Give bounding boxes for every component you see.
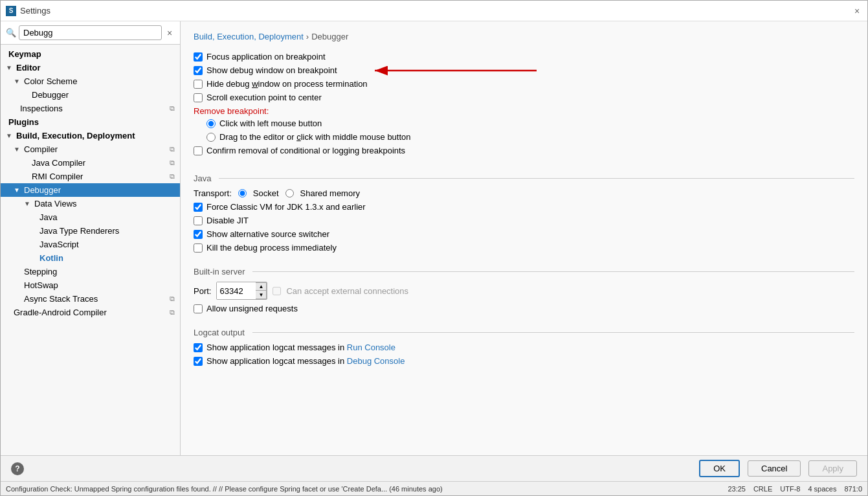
port-down-button[interactable]: ▼ <box>256 291 266 299</box>
shared-memory-radio[interactable] <box>285 189 294 197</box>
sidebar-item-kotlin-dv[interactable]: Kotlin <box>1 251 180 265</box>
breadcrumb: Build, Execution, Deployment › Debugger <box>194 32 854 41</box>
status-message: Configuration Check: Unmapped Spring con… <box>6 485 717 493</box>
drag-editor-label: Drag to the editor or click with middle … <box>219 132 411 142</box>
focus-app-label: Focus application on breakpoint <box>206 52 326 62</box>
sidebar-item-debugger-color[interactable]: Debugger <box>1 88 180 102</box>
sidebar-item-async-stack[interactable]: Async Stack Traces ⧉ <box>1 292 180 306</box>
main-content: 🔍 × Keymap ▼ Editor ▼ Color Scheme <box>1 21 867 455</box>
data-views-arrow: ▼ <box>24 200 32 207</box>
gradle-android-copy-icon: ⧉ <box>170 308 175 317</box>
disable-jit-checkbox[interactable] <box>194 216 203 225</box>
java-compiler-label: Java Compiler <box>32 158 85 168</box>
force-classic-checkbox[interactable] <box>194 203 203 212</box>
close-button[interactable]: × <box>852 6 862 16</box>
kotlin-dv-label: Kotlin <box>39 253 63 263</box>
debugger-color-label: Debugger <box>32 90 69 100</box>
hotswap-label: HotSwap <box>24 280 58 290</box>
sidebar-item-hotswap[interactable]: HotSwap <box>1 278 180 292</box>
breadcrumb-part1: Build, Execution, Deployment <box>194 32 304 41</box>
socket-radio[interactable] <box>238 189 247 197</box>
can-accept-checkbox[interactable] <box>273 287 281 295</box>
focus-app-row: Focus application on breakpoint <box>194 52 854 62</box>
show-run-console-row: Show application logcat messages in Run … <box>194 343 854 352</box>
clear-search-button[interactable]: × <box>164 28 175 38</box>
build-exec-label: Build, Execution, Deployment <box>16 131 135 141</box>
sidebar-item-editor[interactable]: ▼ Editor <box>1 61 180 74</box>
scroll-exec-checkbox[interactable] <box>194 93 203 102</box>
search-input[interactable] <box>19 25 162 40</box>
click-left-radio[interactable] <box>206 119 216 128</box>
port-up-button[interactable]: ▲ <box>256 283 266 291</box>
kill-debug-checkbox[interactable] <box>194 243 203 253</box>
sidebar-item-java-compiler[interactable]: Java Compiler ⧉ <box>1 156 180 170</box>
sidebar-item-data-views[interactable]: ▼ Data Views <box>1 197 180 210</box>
sidebar-item-java-type-renderers[interactable]: Java Type Renderers <box>1 224 180 238</box>
sidebar-item-java-dv[interactable]: Java <box>1 210 180 224</box>
cancel-button[interactable]: Cancel <box>748 460 801 477</box>
sidebar-item-debugger-main[interactable]: ▼ Debugger <box>1 183 180 197</box>
data-views-label: Data Views <box>34 199 77 209</box>
sidebar-item-gradle-android[interactable]: Gradle-Android Compiler ⧉ <box>1 306 180 319</box>
show-debug-row: Show debug window on breakpoint <box>194 65 854 75</box>
editor-label: Editor <box>16 63 41 73</box>
status-line: 871:0 <box>844 485 862 493</box>
allow-unsigned-checkbox[interactable] <box>194 304 203 313</box>
build-exec-arrow: ▼ <box>6 132 14 139</box>
debugger-arrow: ▼ <box>14 186 21 194</box>
color-scheme-arrow: ▼ <box>14 78 21 85</box>
plugins-label: Plugins <box>8 117 39 127</box>
compiler-arrow: ▼ <box>14 146 21 153</box>
settings-window: S Settings × 🔍 × Keymap ▼ Editor <box>0 0 868 496</box>
socket-label: Socket <box>253 188 279 198</box>
force-classic-label: Force Classic VM for JDK 1.3.x and earli… <box>206 202 366 212</box>
java-type-renderers-label: Java Type Renderers <box>39 226 119 236</box>
kill-debug-label: Kill the debug process immediately <box>206 243 337 253</box>
editor-arrow: ▼ <box>6 64 14 71</box>
async-stack-label: Async Stack Traces <box>24 294 98 304</box>
show-debug-console-row: Show application logcat messages in Debu… <box>194 356 854 366</box>
port-row: Port: ▲ ▼ Can accept external connection… <box>194 282 854 300</box>
disable-jit-label: Disable JIT <box>206 216 249 225</box>
sidebar: 🔍 × Keymap ▼ Editor ▼ Color Scheme <box>1 21 181 455</box>
focus-app-checkbox[interactable] <box>194 52 203 62</box>
sidebar-item-rmi-compiler[interactable]: RMI Compiler ⧉ <box>1 170 180 183</box>
logcat-section-title: Logcat output <box>194 328 854 337</box>
show-debug-console-checkbox[interactable] <box>194 357 203 366</box>
hide-debug-checkbox[interactable] <box>194 80 203 89</box>
confirm-removal-checkbox[interactable] <box>194 146 203 155</box>
built-in-server-section-title: Built-in server <box>194 267 854 276</box>
show-run-console-checkbox[interactable] <box>194 343 203 352</box>
port-field-wrap: ▲ ▼ <box>216 282 267 300</box>
javascript-dv-label: JavaScript <box>39 240 79 249</box>
sidebar-item-inspections[interactable]: Inspections ⧉ <box>1 102 180 115</box>
show-debug-checkbox[interactable] <box>194 66 203 75</box>
show-alt-source-row: Show alternative source switcher <box>194 229 854 239</box>
scroll-exec-label: Scroll execution point to center <box>206 93 322 102</box>
sidebar-item-compiler[interactable]: ▼ Compiler ⧉ <box>1 142 180 156</box>
sidebar-item-keymap[interactable]: Keymap <box>1 47 180 61</box>
remove-breakpoint-section: Remove breakpoint: Click with left mouse… <box>194 106 854 159</box>
sidebar-item-build-exec[interactable]: ▼ Build, Execution, Deployment <box>1 129 180 142</box>
sidebar-item-javascript-dv[interactable]: JavaScript <box>1 238 180 251</box>
sidebar-item-color-scheme[interactable]: ▼ Color Scheme <box>1 74 180 88</box>
port-input[interactable] <box>217 282 256 299</box>
show-alt-source-checkbox[interactable] <box>194 230 203 239</box>
compiler-label: Compiler <box>24 144 58 154</box>
java-dv-label: Java <box>39 212 57 222</box>
drag-editor-radio[interactable] <box>206 133 216 142</box>
gradle-android-label: Gradle-Android Compiler <box>14 308 107 317</box>
can-accept-label: Can accept external connections <box>286 286 408 296</box>
allow-unsigned-row: Allow unsigned requests <box>194 304 854 313</box>
status-bar-right: 23:25 CRLE UTF-8 4 spaces 871:0 <box>728 485 862 493</box>
help-button[interactable]: ? <box>11 462 24 475</box>
apply-button[interactable]: Apply <box>808 460 857 477</box>
rmi-compiler-copy-icon: ⧉ <box>170 172 175 181</box>
keymap-label: Keymap <box>8 49 41 59</box>
hide-debug-row: Hide debug window on process termination <box>194 79 854 89</box>
ok-button[interactable]: OK <box>699 460 740 477</box>
transport-label: Transport: <box>194 188 232 198</box>
sidebar-item-stepping[interactable]: Stepping <box>1 265 180 278</box>
port-spinner: ▲ ▼ <box>256 282 267 299</box>
sidebar-item-plugins[interactable]: Plugins <box>1 115 180 129</box>
